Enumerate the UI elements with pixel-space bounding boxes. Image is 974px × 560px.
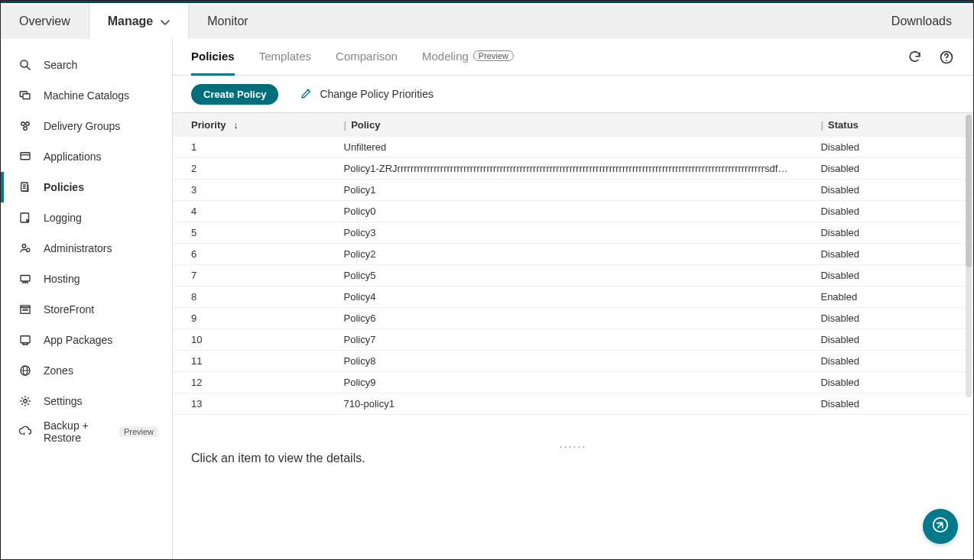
top-nav: Overview Manage Monitor Downloads <box>1 1 973 39</box>
sidebar-item-label: StoreFront <box>44 303 94 316</box>
sidebar-item-delivery-groups[interactable]: Delivery Groups <box>1 111 172 141</box>
sidebar-item-label: Hosting <box>44 273 80 285</box>
cell-status: Disabled <box>811 201 973 222</box>
sidebar-item-label: Delivery Groups <box>44 120 120 132</box>
cell-priority: 7 <box>173 265 335 286</box>
scrollbar-thumb[interactable] <box>966 115 972 267</box>
sidebar-item-search[interactable]: Search <box>1 50 172 80</box>
sidebar-item-storefront[interactable]: StoreFront <box>1 294 172 325</box>
sidebar-item-label: Machine Catalogs <box>44 89 129 102</box>
table-row[interactable]: 5Policy3Disabled <box>173 222 973 244</box>
preview-badge: Preview <box>119 426 158 437</box>
svg-point-6 <box>24 127 28 131</box>
svg-line-1 <box>27 66 30 70</box>
table-header-row: Priority ↓ |Policy |Status <box>173 113 973 137</box>
svg-rect-7 <box>21 153 30 160</box>
subtab-modeling[interactable]: Modeling Preview <box>422 39 514 76</box>
create-policy-label: Create Policy <box>203 89 266 100</box>
main-content: Policies Templates Comparison Modeling P… <box>173 39 973 559</box>
svg-rect-22 <box>21 307 30 313</box>
refresh-icon[interactable] <box>906 49 923 66</box>
edit-icon <box>300 86 313 102</box>
table-row[interactable]: 11Policy8Disabled <box>173 351 973 372</box>
sidebar-item-hosting[interactable]: Hosting <box>1 264 172 294</box>
subtab-comparison-label: Comparison <box>336 50 398 63</box>
svg-point-30 <box>24 400 28 403</box>
sidebar-item-label: Search <box>44 59 77 71</box>
cell-status: Disabled <box>811 244 973 265</box>
subtab-policies-label: Policies <box>191 50 235 63</box>
sidebar-item-applications[interactable]: Applications <box>1 141 172 172</box>
create-policy-button[interactable]: Create Policy <box>191 84 278 105</box>
subtab-modeling-label: Modeling <box>422 50 469 63</box>
policy-table-wrap[interactable]: Priority ↓ |Policy |Status 1UnfilteredDi… <box>173 112 973 440</box>
table-row[interactable]: 2Policy1-ZRJrrrrrrrrrrrrrrrrrrrrrrrrrrrr… <box>173 158 973 180</box>
table-row[interactable]: 6Policy2Disabled <box>173 244 973 265</box>
table-row[interactable]: 12Policy9Disabled <box>173 372 973 393</box>
cell-policy: Policy1-ZRJrrrrrrrrrrrrrrrrrrrrrrrrrrrrr… <box>335 158 812 180</box>
col-status-header[interactable]: |Status <box>811 113 973 137</box>
cell-policy: Policy8 <box>335 351 812 372</box>
table-row[interactable]: 3Policy1Disabled <box>173 180 973 201</box>
sidebar-item-zones[interactable]: Zones <box>1 355 172 386</box>
col-status-label: Status <box>828 119 859 131</box>
svg-rect-26 <box>21 336 30 343</box>
sidebar-item-machine-catalogs[interactable]: Machine Catalogs <box>1 80 172 111</box>
backup-restore-icon <box>18 424 33 439</box>
cell-policy: Policy0 <box>335 201 812 222</box>
table-row[interactable]: 4Policy0Disabled <box>173 201 973 222</box>
col-priority-header[interactable]: Priority ↓ <box>173 113 335 137</box>
table-row[interactable]: 9Policy6Disabled <box>173 308 973 329</box>
sidebar-item-label: Logging <box>44 212 82 224</box>
tab-monitor[interactable]: Monitor <box>189 3 266 39</box>
svg-rect-23 <box>21 306 30 307</box>
logging-icon <box>18 210 33 225</box>
tab-monitor-label: Monitor <box>207 15 248 28</box>
sidebar-item-policies[interactable]: Policies <box>1 172 172 202</box>
cell-policy: Unfiltered <box>335 137 812 158</box>
tab-overview[interactable]: Overview <box>1 3 89 39</box>
sidebar-item-label: App Packages <box>44 334 112 346</box>
tab-manage[interactable]: Manage <box>89 3 190 39</box>
sidebar-item-label: Policies <box>44 181 84 193</box>
cell-status: Disabled <box>811 137 973 158</box>
cell-priority: 12 <box>173 372 335 393</box>
subtab-policies[interactable]: Policies <box>191 39 235 76</box>
table-row[interactable]: 1UnfilteredDisabled <box>173 137 973 158</box>
sidebar-item-app-packages[interactable]: App Packages <box>1 325 172 355</box>
detail-hint-text: Click an item to view the details. <box>191 452 365 465</box>
col-policy-header[interactable]: |Policy <box>335 113 812 137</box>
sidebar-item-settings[interactable]: Settings <box>1 386 172 416</box>
cell-priority: 11 <box>173 351 335 372</box>
sidebar: SearchMachine CatalogsDelivery GroupsApp… <box>1 39 173 559</box>
change-priorities-link[interactable]: Change Policy Priorities <box>300 86 433 102</box>
subtab-comparison[interactable]: Comparison <box>336 39 398 76</box>
cell-policy: Policy3 <box>335 222 812 244</box>
table-row[interactable]: 10Policy7Disabled <box>173 329 973 351</box>
svg-point-32 <box>946 60 947 61</box>
downloads-link[interactable]: Downloads <box>870 3 973 39</box>
cell-status: Disabled <box>811 265 973 286</box>
tab-manage-label: Manage <box>108 15 154 28</box>
table-row[interactable]: 13710-policy1Disabled <box>173 393 973 415</box>
delivery-groups-icon <box>18 118 33 134</box>
floating-action-button[interactable] <box>923 509 958 544</box>
cell-policy: Policy7 <box>335 329 812 351</box>
send-icon <box>932 516 949 536</box>
action-bar: Create Policy Change Policy Priorities <box>173 76 973 112</box>
sidebar-item-administrators[interactable]: Administrators <box>1 233 172 264</box>
table-row[interactable]: 8Policy4Enabled <box>173 286 973 308</box>
help-icon[interactable] <box>938 49 955 66</box>
table-row[interactable]: 7Policy5Disabled <box>173 265 973 286</box>
subtab-templates[interactable]: Templates <box>259 39 311 76</box>
cell-policy: Policy6 <box>335 308 812 329</box>
sidebar-item-label: Zones <box>44 364 73 377</box>
sidebar-item-logging[interactable]: Logging <box>1 202 172 233</box>
cell-priority: 9 <box>173 308 335 329</box>
sort-down-icon: ↓ <box>233 119 239 131</box>
col-priority-label: Priority <box>191 119 226 131</box>
cell-priority: 3 <box>173 180 335 201</box>
sidebar-item-backup-restore[interactable]: Backup + RestorePreview <box>1 416 172 447</box>
cell-priority: 6 <box>173 244 335 265</box>
sidebar-item-label: Settings <box>44 395 83 407</box>
